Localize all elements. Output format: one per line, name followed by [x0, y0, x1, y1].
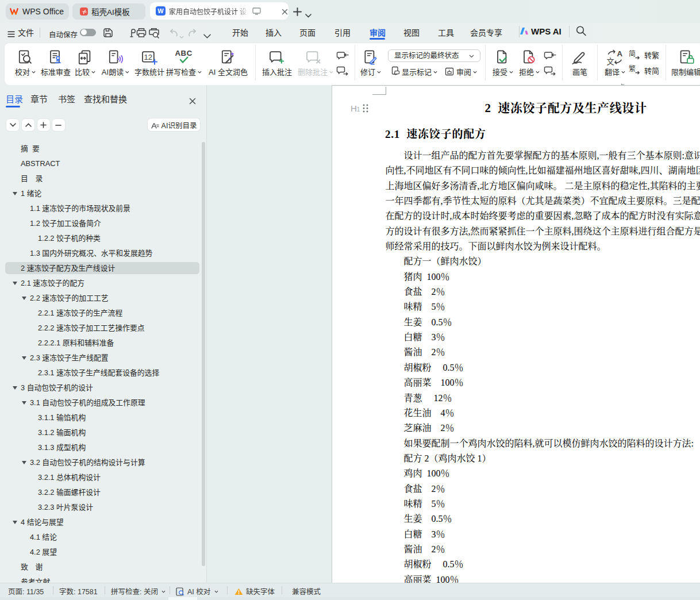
svg-text:ABC: ABC [175, 49, 192, 57]
svg-text:A: A [617, 49, 623, 58]
svg-text:文: 文 [607, 57, 614, 66]
svg-text:繁: 繁 [629, 64, 636, 73]
svg-text:12: 12 [144, 53, 152, 61]
svg-text:简: 简 [629, 50, 636, 58]
